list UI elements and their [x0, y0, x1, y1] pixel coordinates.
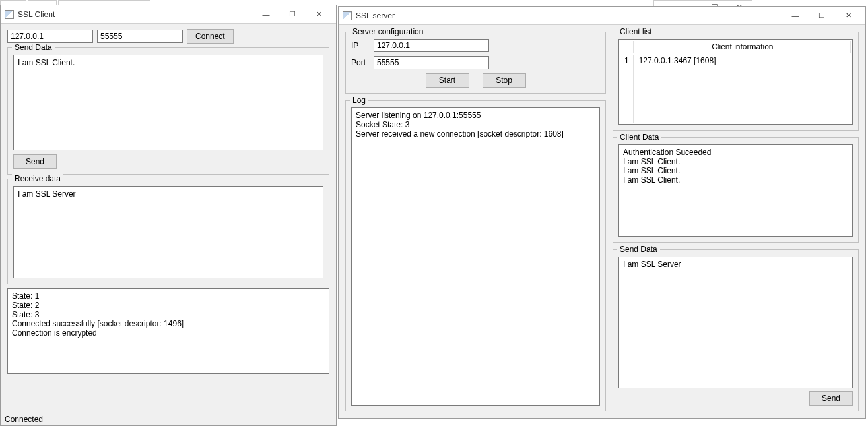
server-send-legend: Send Data: [617, 245, 660, 254]
server-ip-input[interactable]: [374, 39, 489, 52]
ssl-server-window: SSL server — ☐ ✕ Server configuration IP…: [338, 6, 866, 419]
host-input[interactable]: [7, 30, 93, 43]
client-send-group: Send Data I am SSL Client. Send: [7, 47, 329, 175]
ssl-client-window: SSL Client — ☐ ✕ Connect Send Data I am …: [0, 5, 337, 426]
client-receive-textarea[interactable]: I am SSL Server: [13, 186, 323, 278]
port-label: Port: [351, 58, 370, 67]
client-list-row[interactable]: 1127.0.0.1:3467 [1608]: [620, 55, 851, 123]
server-send-textarea[interactable]: I am SSL Server: [618, 257, 853, 388]
client-data-group: Client Data Authentication Suceeded I am…: [613, 137, 859, 243]
server-log-legend: Log: [350, 96, 368, 105]
app-icon: [5, 10, 14, 19]
server-log-group: Log Server listening on 127.0.0.1:55555 …: [345, 100, 606, 411]
ip-label: IP: [351, 41, 370, 50]
client-titlebar[interactable]: SSL Client — ☐ ✕: [1, 5, 336, 24]
server-send-button[interactable]: Send: [809, 391, 853, 406]
client-send-textarea[interactable]: I am SSL Client.: [13, 55, 323, 150]
client-send-legend: Send Data: [12, 43, 55, 52]
client-receive-legend: Receive data: [12, 174, 63, 183]
server-titlebar[interactable]: SSL server — ☐ ✕: [339, 7, 865, 25]
client-log-textarea[interactable]: State: 1 State: 2 State: 3 Connected suc…: [7, 288, 329, 374]
connect-button[interactable]: Connect: [187, 29, 234, 44]
client-list-idx-header: [620, 41, 634, 53]
close-button[interactable]: ✕: [306, 5, 332, 24]
client-list-info-header: Client information: [635, 41, 851, 53]
client-receive-group: Receive data I am SSL Server: [7, 179, 329, 284]
server-config-legend: Server configuration: [350, 27, 426, 36]
server-config-group: Server configuration IP Port Start Stop: [345, 32, 606, 94]
server-log-textarea[interactable]: Server listening on 127.0.0.1:55555 Sock…: [351, 107, 600, 406]
client-status-bar: Connected: [1, 413, 336, 425]
client-list-table[interactable]: Client information 1127.0.0.1:3467 [1608…: [618, 39, 853, 125]
app-icon: [343, 11, 352, 20]
client-window-title: SSL Client: [18, 10, 253, 19]
minimize-button[interactable]: —: [253, 5, 279, 24]
server-window-title: SSL server: [356, 11, 782, 20]
client-send-button[interactable]: Send: [13, 154, 57, 169]
client-list-group: Client list Client information 1127.0.0.…: [613, 32, 859, 131]
start-button[interactable]: Start: [426, 73, 469, 88]
client-data-legend: Client Data: [617, 133, 661, 142]
client-list-legend: Client list: [617, 27, 655, 36]
client-data-textarea[interactable]: Authentication Suceeded I am SSL Client.…: [618, 144, 853, 237]
maximize-button[interactable]: ☐: [809, 7, 835, 25]
server-port-input[interactable]: [374, 56, 489, 69]
server-send-group: Send Data I am SSL Server Send: [613, 249, 859, 411]
minimize-button[interactable]: —: [782, 7, 809, 25]
client-list-row-index: 1: [620, 55, 634, 123]
port-input[interactable]: [97, 30, 183, 43]
stop-button[interactable]: Stop: [483, 73, 526, 88]
maximize-button[interactable]: ☐: [279, 5, 306, 24]
close-button[interactable]: ✕: [835, 7, 861, 25]
client-list-row-info: 127.0.0.1:3467 [1608]: [635, 55, 851, 123]
